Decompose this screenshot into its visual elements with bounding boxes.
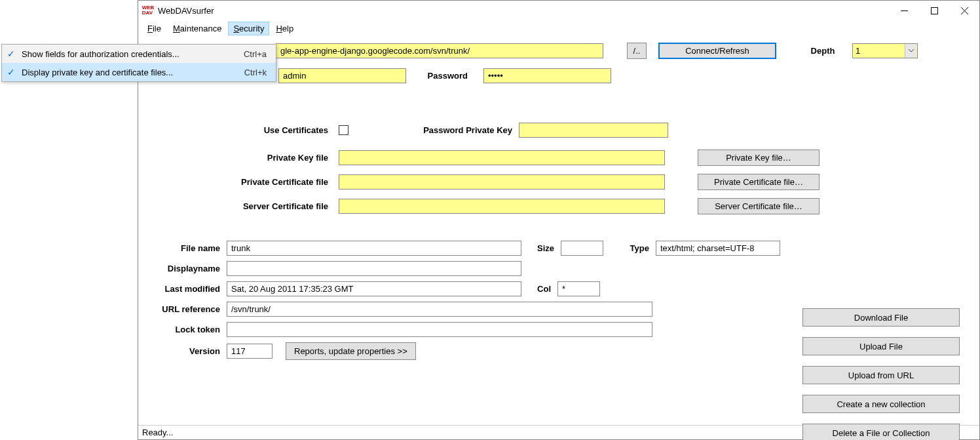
password-input[interactable]: [483, 68, 611, 83]
menu-file[interactable]: File: [142, 22, 166, 35]
size-label: Size: [528, 243, 561, 253]
filename-label: File name: [145, 243, 227, 253]
private-key-file-input[interactable]: [339, 150, 665, 165]
close-button[interactable]: [949, 1, 979, 20]
private-key-file-button[interactable]: Private Key file…: [698, 150, 820, 166]
reports-button[interactable]: Reports, update properties >>: [286, 342, 416, 360]
titlebar: WEBDAV WebDAVsurfer: [138, 1, 979, 20]
minimize-button[interactable]: [889, 1, 919, 20]
displayname-label: Displayname: [145, 264, 227, 273]
upload-file-button[interactable]: Upload File: [802, 337, 960, 355]
private-certificate-file-label: Private Certificate file: [145, 177, 335, 187]
svg-rect-1: [931, 7, 937, 14]
menu-item-shortcut: Ctrl+a: [244, 49, 271, 59]
server-certificate-file-button[interactable]: Server Certificate file…: [698, 198, 820, 214]
urlreference-input[interactable]: [227, 302, 652, 317]
server-certificate-file-input[interactable]: [339, 199, 665, 214]
password-label: Password: [415, 71, 474, 81]
status-text: Ready...: [142, 428, 173, 437]
upload-from-url-button[interactable]: Upload from URL: [802, 366, 960, 384]
maximize-button[interactable]: [919, 1, 949, 20]
depth-value: 1: [856, 46, 860, 56]
type-input[interactable]: [656, 241, 780, 256]
menu-item-label: Show fields for authorization credential…: [22, 49, 244, 59]
menu-display-key-cert-files[interactable]: ✓ Display private key and certificate fi…: [2, 63, 276, 81]
check-icon: ✓: [7, 67, 22, 77]
displayname-input[interactable]: [227, 261, 521, 276]
app-title: WebDAVsurfer: [158, 6, 214, 16]
up-button[interactable]: /..: [627, 43, 647, 59]
locktoken-label: Lock token: [145, 325, 227, 334]
lastmodified-label: Last modified: [145, 284, 227, 294]
app-icon: WEBDAV: [142, 5, 154, 16]
lastmodified-input[interactable]: [227, 281, 521, 296]
window-controls: [889, 1, 979, 20]
delete-button[interactable]: Delete a File or Collection: [802, 424, 960, 440]
password-private-key-input[interactable]: [519, 123, 668, 138]
userid-input[interactable]: [278, 68, 406, 83]
version-input[interactable]: [227, 344, 273, 359]
check-icon: ✓: [7, 49, 22, 59]
chevron-down-icon: [905, 44, 916, 58]
menu-security[interactable]: Security: [228, 22, 269, 35]
depth-select[interactable]: 1: [852, 43, 918, 58]
type-label: Type: [616, 243, 656, 253]
locktoken-input[interactable]: [227, 322, 652, 337]
password-private-key-label: Password Private Key: [381, 125, 519, 135]
col-input[interactable]: [557, 281, 600, 296]
menu-item-shortcut: Ctrl+k: [244, 68, 271, 77]
private-key-file-label: Private Key file: [145, 153, 335, 163]
size-input[interactable]: [561, 241, 603, 256]
filename-input[interactable]: [227, 241, 521, 256]
download-file-button[interactable]: Download File: [802, 308, 960, 327]
server-certificate-file-label: Server Certificate file: [145, 201, 335, 211]
menu-maintenance[interactable]: Maintenance: [168, 22, 227, 35]
create-collection-button[interactable]: Create a new collection: [802, 395, 960, 413]
private-certificate-file-input[interactable]: [339, 174, 665, 190]
private-certificate-file-button[interactable]: Private Certificate file…: [698, 174, 820, 190]
use-certificates-checkbox[interactable]: [339, 125, 349, 135]
menu-help[interactable]: Help: [271, 22, 299, 35]
url-input[interactable]: [276, 43, 603, 58]
menu-show-auth-fields[interactable]: ✓ Show fields for authorization credenti…: [2, 45, 276, 63]
col-label: Col: [528, 284, 557, 294]
depth-label: Depth: [800, 46, 852, 56]
urlreference-label: URL reference: [145, 304, 227, 314]
menubar: File Maintenance Security Help: [138, 20, 979, 36]
use-certificates-label: Use Certificates: [145, 125, 335, 135]
action-column: Download File Upload File Upload from UR…: [802, 308, 960, 440]
security-dropdown: ✓ Show fields for authorization credenti…: [1, 44, 276, 82]
main-content: /.. Connect/Refresh Depth 1 Authorizatio…: [138, 36, 979, 425]
menu-item-label: Display private key and certificate file…: [22, 68, 244, 77]
connect-refresh-button[interactable]: Connect/Refresh: [658, 43, 776, 59]
version-label: Version: [145, 346, 227, 356]
